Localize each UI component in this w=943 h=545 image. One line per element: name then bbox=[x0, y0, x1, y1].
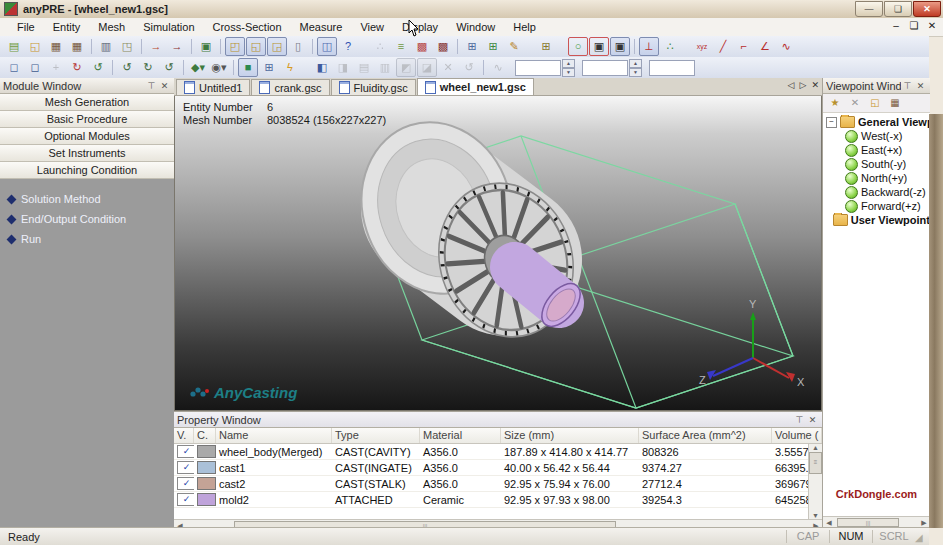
show-cavity-icon[interactable]: ○ bbox=[568, 37, 588, 56]
zoom-dynamic-icon[interactable]: ◻ bbox=[25, 58, 45, 77]
rotate-z-icon[interactable]: ↺ bbox=[159, 58, 179, 77]
table-row[interactable]: ✓cast1CAST(INGATE)A356.040.00 x 56.42 x … bbox=[174, 460, 809, 476]
save-viewpoint-icon[interactable]: ▦ bbox=[886, 95, 904, 112]
menu-window[interactable]: Window bbox=[447, 19, 504, 35]
module-item-solution-method[interactable]: Solution Method bbox=[0, 189, 174, 209]
resize-grip[interactable]: ◢ bbox=[915, 530, 929, 544]
close-icon[interactable]: ✕ bbox=[158, 81, 171, 91]
color-swatch[interactable] bbox=[197, 445, 216, 458]
mesh-option-icon[interactable]: ≡ bbox=[391, 37, 411, 56]
viewport-layout-left-icon[interactable]: ◰ bbox=[225, 37, 245, 56]
pin-icon[interactable]: ⊤ bbox=[793, 415, 806, 425]
new-file-icon[interactable]: ▤ bbox=[4, 37, 24, 56]
module-button-basic-procedure[interactable]: Basic Procedure bbox=[0, 111, 174, 128]
mesh-check-icon[interactable]: ▩ bbox=[433, 37, 453, 56]
table-row[interactable]: ✓cast2CAST(STALK)A356.092.95 x 75.94 x 7… bbox=[174, 476, 809, 492]
module-button-mesh-generation[interactable]: Mesh Generation bbox=[0, 94, 174, 111]
show-mold-icon[interactable]: ▣ bbox=[610, 37, 630, 56]
color-swatch[interactable] bbox=[197, 477, 216, 490]
module-item-run[interactable]: Run bbox=[0, 229, 174, 249]
visibility-checkbox[interactable]: ✓ bbox=[177, 461, 194, 474]
visibility-checkbox[interactable]: ✓ bbox=[177, 445, 194, 458]
menu-measure[interactable]: Measure bbox=[291, 19, 352, 35]
color-swatch[interactable] bbox=[197, 461, 216, 474]
delete-viewpoint-icon[interactable]: ✕ bbox=[846, 95, 864, 112]
grid-table-icon[interactable]: ⊞ bbox=[462, 37, 482, 56]
viewport-layout-right-icon[interactable]: ◲ bbox=[267, 37, 287, 56]
document-tab-crank-gsc[interactable]: crank.gsc bbox=[251, 79, 329, 95]
color-swatch[interactable] bbox=[197, 493, 216, 506]
column-header[interactable]: Volume ( bbox=[772, 428, 822, 443]
measure-angle-icon[interactable]: ∠ bbox=[755, 37, 775, 56]
mesh-adjust-icon[interactable]: ✎ bbox=[504, 37, 524, 56]
spinner-up-icon[interactable]: ▲ bbox=[629, 59, 642, 68]
mesh-apply-icon[interactable]: ⊞ bbox=[536, 37, 556, 56]
scroll-thumb[interactable]: ||| bbox=[837, 518, 899, 527]
measure-polyline-icon[interactable]: ⌐ bbox=[734, 37, 754, 56]
mdi-minimize-button[interactable]: – bbox=[889, 20, 903, 31]
view-orientation-icon[interactable]: ◆▾ bbox=[188, 58, 208, 77]
import-icon[interactable]: → bbox=[167, 37, 187, 56]
pin-icon[interactable]: ⊤ bbox=[901, 81, 914, 91]
print-icon[interactable]: ▥ bbox=[96, 37, 116, 56]
mdi-restore-button[interactable]: ❏ bbox=[907, 20, 921, 31]
menu-file[interactable]: File bbox=[8, 19, 44, 35]
section-box-icon[interactable]: ◧ bbox=[312, 58, 332, 77]
triad-toggle-icon[interactable]: ⟂ bbox=[639, 37, 659, 56]
save-icon[interactable]: ▦ bbox=[46, 37, 66, 56]
dual-window-icon[interactable]: ◫ bbox=[317, 37, 337, 56]
rotate-x-icon[interactable]: ↺ bbox=[117, 58, 137, 77]
spinner-down-icon[interactable]: ▼ bbox=[629, 68, 642, 77]
tree-item-backward--z-[interactable]: Backward(-z) bbox=[823, 185, 930, 199]
local-axis-icon[interactable]: ∴ bbox=[660, 37, 680, 56]
menu-mesh[interactable]: Mesh bbox=[89, 19, 134, 35]
table-row[interactable]: ✓mold2ATTACHEDCeramic92.95 x 97.93 x 98.… bbox=[174, 492, 809, 508]
scroll-up-icon[interactable]: ▲ bbox=[812, 444, 819, 451]
module-button-launching-condition[interactable]: Launching Condition bbox=[0, 162, 174, 179]
table-row[interactable]: ✓wheel_body(Merged)CAST(CAVITY)A356.0187… bbox=[174, 444, 809, 460]
open-file-icon[interactable]: ◱ bbox=[25, 37, 45, 56]
pin-icon[interactable]: ⊤ bbox=[145, 81, 158, 91]
tree-expander-icon[interactable]: − bbox=[826, 117, 837, 128]
close-icon[interactable]: ✕ bbox=[806, 415, 819, 425]
rotate-point-icon[interactable]: ↻ bbox=[67, 58, 87, 77]
tree-item-north--y-[interactable]: North(+y) bbox=[823, 171, 930, 185]
tree-item-east--x-[interactable]: East(+x) bbox=[823, 143, 930, 157]
toolbar-spin-input[interactable] bbox=[582, 60, 628, 76]
coordinate-xyz-icon[interactable]: xyz bbox=[692, 37, 712, 56]
viewport-single-icon[interactable]: ▯ bbox=[288, 37, 308, 56]
measure-arc-icon[interactable]: ∿ bbox=[776, 37, 796, 56]
menu-view[interactable]: View bbox=[351, 19, 393, 35]
menu-cross-section[interactable]: Cross-Section bbox=[204, 19, 291, 35]
spinner-down-icon[interactable]: ▼ bbox=[562, 68, 575, 77]
mesh-generate-icon[interactable]: ▩ bbox=[412, 37, 432, 56]
visibility-checkbox[interactable]: ✓ bbox=[177, 477, 194, 490]
tab-close-icon[interactable]: ✕ bbox=[811, 80, 819, 90]
column-header[interactable]: Type bbox=[332, 428, 420, 443]
shade-mesh-icon[interactable]: ⊞ bbox=[259, 58, 279, 77]
shade-solid-icon[interactable]: ■ bbox=[238, 58, 258, 77]
viewport-layout-bottom-icon[interactable]: ◱ bbox=[246, 37, 266, 56]
document-tab-fluidity-gsc[interactable]: Fluidity.gsc bbox=[331, 79, 416, 95]
measure-line-icon[interactable]: ╱ bbox=[713, 37, 733, 56]
help-icon[interactable]: ? bbox=[338, 37, 358, 56]
zoom-window-icon[interactable]: ◻ bbox=[4, 58, 24, 77]
tree-folder-user-viewpoint[interactable]: User Viewpoint bbox=[823, 213, 930, 227]
visibility-eye-icon[interactable]: ◉▾ bbox=[209, 58, 229, 77]
menu-help[interactable]: Help bbox=[504, 19, 545, 35]
viewport-3d[interactable]: Y X Z AnyCasting Entity Number 6 M bbox=[174, 96, 822, 411]
maximize-button[interactable]: ❏ bbox=[884, 1, 912, 17]
tree-folder-general-viewpoint[interactable]: −General Viewpoint bbox=[823, 115, 930, 129]
print-preview-icon[interactable]: ◳ bbox=[117, 37, 137, 56]
document-tab-untitled1[interactable]: Untitled1 bbox=[176, 79, 250, 95]
minimize-button[interactable]: — bbox=[855, 1, 883, 17]
module-button-set-instruments[interactable]: Set Instruments bbox=[0, 145, 174, 162]
column-header[interactable]: V. bbox=[174, 428, 194, 443]
vertical-scrollbar[interactable]: ▲ ≡ ▼ bbox=[808, 444, 822, 519]
tab-scroll-left-icon[interactable]: ◁ bbox=[788, 80, 795, 90]
add-viewpoint-icon[interactable]: ★ bbox=[826, 95, 844, 112]
menu-simulation[interactable]: Simulation bbox=[134, 19, 203, 35]
tree-item-forward--z-[interactable]: Forward(+z) bbox=[823, 199, 930, 213]
scroll-thumb[interactable]: ≡ bbox=[809, 452, 822, 474]
menu-entity[interactable]: Entity bbox=[44, 19, 90, 35]
